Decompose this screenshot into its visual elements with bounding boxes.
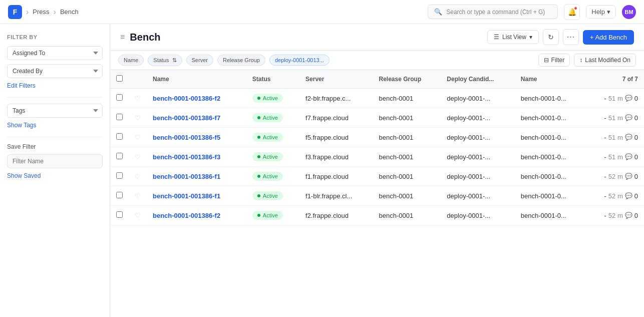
row-checkbox[interactable]	[116, 114, 123, 120]
menu-icon[interactable]: ≡	[120, 33, 125, 42]
row-actions: - 51 m 💬 0	[587, 89, 644, 108]
table-row: ♡ bench-0001-001386-f7 Active f7.frappe.…	[110, 108, 644, 128]
row-comments: 0	[634, 173, 638, 180]
row-comments: 0	[634, 114, 638, 122]
row-server: f5.frappe.cloud	[299, 128, 373, 147]
table-row: ♡ bench-0001-001386-f2 Active f2.frappe.…	[110, 206, 644, 225]
favorite-icon[interactable]: ♡	[135, 114, 141, 122]
created-by-filter[interactable]: Created By	[7, 64, 103, 78]
col-filter-status-label: Status	[153, 57, 169, 63]
status-dot	[257, 116, 260, 119]
favorite-icon[interactable]: ♡	[135, 134, 141, 141]
more-options-button[interactable]: ···	[563, 29, 579, 45]
status-label: Active	[263, 115, 278, 121]
assigned-to-filter[interactable]: Assigned To	[7, 46, 103, 60]
row-name[interactable]: bench-0001-001386-f1	[147, 186, 246, 206]
col-filter-release-group[interactable]: Release Group	[217, 55, 265, 66]
notification-button[interactable]: 🔔	[564, 4, 580, 20]
row-checkbox[interactable]	[116, 153, 123, 159]
page-title: Bench	[130, 32, 160, 43]
th-record-count: 7 of 7	[587, 70, 644, 89]
show-tags-link[interactable]: Show Tags	[7, 122, 103, 129]
row-name2: bench-0001-0...	[515, 89, 587, 108]
row-server: f7.frappe.cloud	[299, 108, 373, 128]
row-fav-cell: ♡	[129, 128, 147, 147]
topnav: F › Press › Bench 🔍 Search or type a com…	[0, 0, 644, 24]
col-filter-status-arrow: ⇅	[172, 57, 177, 64]
sort-button[interactable]: ↕ Last Modified On	[574, 54, 636, 67]
status-label: Active	[263, 193, 278, 199]
favorite-icon[interactable]: ♡	[135, 192, 141, 200]
status-badge: Active	[252, 191, 283, 200]
row-checkbox[interactable]	[116, 192, 123, 198]
list-view-icon: ☰	[494, 34, 499, 41]
row-checkbox[interactable]	[116, 94, 123, 101]
breadcrumb-press[interactable]: Press	[33, 8, 49, 16]
row-name2: bench-0001-0...	[515, 128, 587, 147]
page-header-right: ☰ List View ▾ ↻ ··· + Add Bench	[487, 29, 634, 45]
row-deploy-candidate: deploy-0001-...	[441, 206, 514, 225]
row-release-group: bench-0001	[373, 89, 441, 108]
search-bar[interactable]: 🔍 Search or type a command (Ctrl + G)	[428, 5, 558, 19]
row-checkbox[interactable]	[116, 133, 123, 140]
select-all-checkbox[interactable]	[116, 75, 123, 82]
filter-button[interactable]: ⊟ Filter	[538, 54, 570, 67]
filter-label: Filter	[551, 57, 565, 64]
avatar[interactable]: BM	[622, 5, 636, 19]
row-comments: 0	[634, 134, 638, 141]
row-dash: -	[604, 153, 606, 161]
table-row: ♡ bench-0001-001386-f1 Active f1.frappe.…	[110, 167, 644, 186]
row-deploy-candidate: deploy-0001-...	[441, 186, 514, 206]
row-server: f2-blr.frappe.c...	[299, 89, 373, 108]
col-filter-deploy[interactable]: deploy-0001-0013...	[269, 55, 330, 66]
row-name[interactable]: bench-0001-001386-f7	[147, 108, 246, 128]
favorite-icon[interactable]: ♡	[135, 173, 141, 180]
refresh-button[interactable]: ↻	[543, 29, 559, 45]
row-status: Active	[246, 206, 299, 225]
col-filter-server[interactable]: Server	[186, 55, 213, 66]
add-bench-button[interactable]: + Add Bench	[583, 30, 634, 45]
row-checkbox[interactable]	[116, 172, 123, 179]
col-filter-status[interactable]: Status ⇅	[148, 55, 182, 66]
th-deploy-candidate: Deploy Candid...	[441, 70, 514, 89]
row-name[interactable]: bench-0001-001386-f3	[147, 147, 246, 167]
edit-filters-link[interactable]: Edit Filters	[7, 82, 103, 89]
row-name2: bench-0001-0...	[515, 206, 587, 225]
row-time: 52 m	[608, 192, 623, 200]
col-filter-name[interactable]: Name	[118, 55, 144, 66]
row-checkbox[interactable]	[116, 211, 123, 218]
show-saved-link[interactable]: Show Saved	[7, 172, 103, 179]
app-logo[interactable]: F	[8, 5, 22, 19]
breadcrumb-bench[interactable]: Bench	[60, 8, 79, 16]
row-name[interactable]: bench-0001-001386-f5	[147, 128, 246, 147]
favorite-icon[interactable]: ♡	[135, 153, 141, 161]
breadcrumb-sep1: ›	[26, 8, 29, 17]
status-badge: Active	[252, 152, 283, 161]
page-body: Filter By Assigned To Created By Edit Fi…	[0, 24, 644, 317]
row-comments: 0	[634, 212, 638, 219]
th-fav	[129, 70, 147, 89]
status-label: Active	[263, 173, 278, 179]
favorite-icon[interactable]: ♡	[135, 95, 141, 102]
bench-table: Name Status Server Release Group Deploy …	[110, 70, 644, 225]
tags-filter[interactable]: Tags	[7, 104, 103, 118]
row-time: 51 m	[608, 95, 623, 102]
row-name[interactable]: bench-0001-001386-f2	[147, 89, 246, 108]
row-status: Active	[246, 108, 299, 128]
row-name[interactable]: bench-0001-001386-f2	[147, 206, 246, 225]
row-name[interactable]: bench-0001-001386-f1	[147, 167, 246, 186]
row-server: f1-blr.frappe.cl...	[299, 186, 373, 206]
row-comments: 0	[634, 95, 638, 102]
row-name2: bench-0001-0...	[515, 167, 587, 186]
help-button[interactable]: Help ▾	[586, 5, 616, 19]
list-view-button[interactable]: ☰ List View ▾	[487, 30, 539, 44]
favorite-icon[interactable]: ♡	[135, 212, 141, 219]
table-row: ♡ bench-0001-001386-f5 Active f5.frappe.…	[110, 128, 644, 147]
filter-name-input[interactable]	[7, 154, 103, 168]
status-dot	[257, 136, 260, 139]
main-content: ≡ Bench ☰ List View ▾ ↻ ··· + Add Bench	[110, 24, 644, 317]
row-actions: - 52 m 💬 0	[587, 206, 644, 225]
table-wrapper: Name Status Server Release Group Deploy …	[110, 70, 644, 317]
row-checkbox-cell	[110, 89, 129, 108]
status-dot	[257, 194, 260, 197]
